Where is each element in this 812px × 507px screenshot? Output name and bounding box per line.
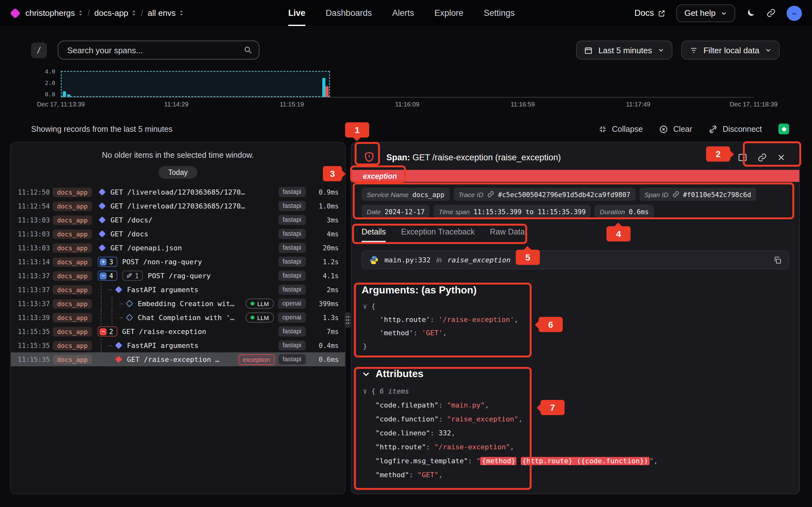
histogram-bar	[325, 86, 328, 97]
trace-row[interactable]: 11:13:03docs_appGET /openapi.jsonfastapi…	[11, 241, 345, 255]
span-diamond-icon	[99, 230, 106, 238]
nav-tab-explore[interactable]: Explore	[434, 0, 463, 26]
copy-button[interactable]	[773, 256, 781, 264]
org-selector[interactable]: christophergs	[26, 8, 83, 18]
tab-exception-traceback[interactable]: Exception Traceback	[401, 228, 474, 242]
span-duration: 4.1s	[310, 272, 339, 279]
spans-histogram: 4.0 2.0 0.0 Dec 17, 11:13:3911:14:2911:1…	[61, 71, 754, 110]
copy-link-button[interactable]	[766, 8, 776, 18]
child-count: 3	[109, 258, 113, 266]
annotation-badge-6: 6	[539, 317, 563, 332]
span-diamond-icon	[99, 216, 106, 224]
llm-label: LLM	[257, 314, 269, 321]
tree-branch	[108, 289, 112, 290]
span-diamond-icon	[99, 188, 106, 196]
clear-button[interactable]: Clear	[659, 124, 693, 133]
env-selector[interactable]: all envs	[148, 8, 184, 18]
span-duration: 2ms	[310, 286, 339, 293]
search-input[interactable]	[66, 45, 244, 55]
time-selection-region[interactable]	[61, 71, 329, 97]
fold-chevron[interactable]: ∨	[363, 302, 371, 311]
row-right-group: fastapi1.2s	[273, 257, 339, 267]
annotation-number: 4	[616, 229, 621, 239]
trace-row[interactable]: 11:12:50docs_appGET /livereload/12703636…	[11, 185, 345, 199]
code-line: "code.filepath": "main.py",	[363, 399, 789, 412]
showing-records-text: Showing records from the last 5 minutes	[31, 124, 172, 133]
trace-row[interactable]: 11:15:35docs_appFastAPI argumentsfastapi…	[11, 338, 345, 352]
in-word: in	[437, 256, 442, 264]
trace-row[interactable]: 11:15:35docs_app−2GET /raise-exceptionfa…	[11, 325, 345, 338]
filter-local-data-button[interactable]: Filter local data	[681, 41, 780, 60]
child-count: 2	[109, 328, 113, 335]
fold-chevron[interactable]: ∨	[363, 387, 371, 395]
link-icon[interactable]	[672, 191, 679, 198]
trace-row[interactable]: 11:13:39docs_appChat Completion with '…L…	[11, 311, 345, 325]
code-line: "logfire.msg_template": "{method} {http.…	[363, 454, 789, 468]
dock-panel-icon[interactable]	[738, 153, 747, 162]
nav-tab-live[interactable]: Live	[288, 0, 305, 26]
moon-icon	[746, 8, 756, 18]
expand-toggle[interactable]: +3	[98, 257, 117, 267]
project-selector[interactable]: docs-app	[94, 8, 136, 18]
nav-tab-settings[interactable]: Settings	[484, 0, 515, 26]
up-down-chevron-icon	[78, 9, 83, 16]
breadcrumb-separator: /	[88, 8, 90, 18]
panel-resize-handle[interactable]	[345, 312, 351, 328]
user-avatar[interactable]: –	[786, 5, 802, 20]
badge-label: Time span	[439, 208, 470, 215]
project-name: docs-app	[94, 8, 128, 18]
time-range-button[interactable]: Last 5 minutes	[576, 41, 672, 60]
nav-actions: Docs Get help –	[635, 4, 802, 22]
grip-dots-icon	[345, 315, 350, 325]
live-status-indicator[interactable]	[778, 124, 789, 134]
copy-icon	[773, 256, 781, 264]
trace-row[interactable]: 11:15:35docs_appGET /raise-exception …ex…	[11, 352, 345, 366]
get-help-button[interactable]: Get help	[676, 4, 735, 22]
link-icon[interactable]	[757, 153, 767, 162]
histogram-plot-area[interactable]: 4.0 2.0 0.0	[61, 71, 754, 98]
trace-row[interactable]: 11:13:37docs_appEmbedding Creation wit…L…	[11, 297, 345, 311]
span-start-time: 11:15:35	[18, 328, 53, 335]
nav-tab-alerts[interactable]: Alerts	[392, 0, 414, 26]
tab-raw-data[interactable]: Raw Data	[490, 228, 525, 242]
close-icon[interactable]	[777, 153, 785, 161]
exception-tag: exception	[238, 354, 274, 365]
trace-row[interactable]: 11:13:03docs_appGET /docs/fastapi3ms	[11, 213, 345, 227]
collapse-toggle[interactable]: −4	[98, 271, 117, 281]
trace-row[interactable]: 11:12:54docs_appGET /livereload/12703636…	[11, 199, 345, 213]
logfire-logo-icon[interactable]	[10, 8, 20, 18]
docs-link[interactable]: Docs	[635, 8, 665, 18]
disconnect-button[interactable]: Disconnect	[709, 124, 762, 133]
trace-row[interactable]: 11:13:37docs_appFastAPI argumentsfastapi…	[11, 283, 345, 297]
trace-row[interactable]: 11:13:14docs_app+3POST /non-rag-queryfas…	[11, 255, 345, 269]
annotation-number: 6	[548, 320, 553, 330]
link-icon[interactable]	[487, 191, 494, 198]
histogram-bar	[67, 95, 70, 97]
tab-details[interactable]: Details	[362, 228, 386, 242]
span-name: Chat Completion with '…	[138, 314, 235, 322]
span-name: GET /openapi.json	[110, 244, 182, 252]
collapse-button[interactable]: Collapse	[598, 124, 643, 133]
service-tag: docs_app	[53, 299, 92, 308]
theme-toggle-button[interactable]	[746, 8, 756, 18]
trace-row[interactable]: 11:13:03docs_appGET /docsfastapi4ms	[11, 227, 345, 241]
today-button[interactable]: Today	[159, 166, 197, 179]
collapse-label: Collapse	[612, 124, 643, 133]
trace-row[interactable]: 11:13:37docs_app−41POST /rag-queryfastap…	[11, 269, 345, 283]
collapse-toggle-error[interactable]: −2	[98, 326, 117, 337]
y-axis-tick: 2.0	[45, 80, 55, 86]
tree-guide	[101, 283, 108, 297]
code-line: 'http.route': '/raise-exception',	[363, 313, 789, 326]
code-line: }	[363, 340, 789, 353]
collapse-icon	[598, 124, 607, 133]
x-axis-tick: Dec 17, 11:13:39	[37, 101, 85, 108]
excluded-count-pill[interactable]: 1	[122, 271, 143, 281]
tree-branch	[119, 317, 123, 318]
span-start-time: 11:13:39	[18, 314, 53, 321]
span-detail-title: Span: GET /raise-exception (raise_except…	[386, 153, 561, 162]
attributes-section-title[interactable]: Attributes	[351, 353, 799, 380]
y-axis-tick: 4.0	[45, 68, 55, 75]
nav-tab-dashboards[interactable]: Dashboards	[326, 0, 372, 26]
code-line: "method": "GET",	[363, 468, 789, 482]
span-start-time: 11:12:50	[18, 188, 53, 196]
